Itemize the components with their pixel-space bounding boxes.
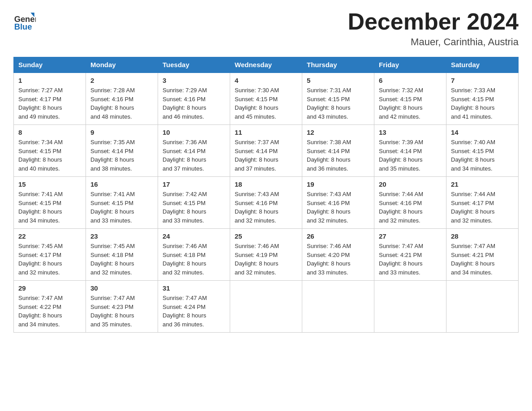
day-info: Sunrise: 7:45 AMSunset: 4:18 PMDaylight:… (90, 242, 153, 277)
day-info: Sunrise: 7:29 AMSunset: 4:16 PMDaylight:… (163, 86, 225, 121)
day-number: 26 (307, 232, 369, 240)
calendar-week-row: 15Sunrise: 7:41 AMSunset: 4:15 PMDayligh… (14, 177, 519, 229)
day-number: 21 (451, 180, 514, 188)
calendar-cell: 25Sunrise: 7:46 AMSunset: 4:19 PMDayligh… (230, 229, 302, 281)
day-info: Sunrise: 7:35 AMSunset: 4:14 PMDaylight:… (90, 138, 153, 173)
day-info: Sunrise: 7:44 AMSunset: 4:17 PMDaylight:… (451, 190, 514, 225)
calendar-cell: 17Sunrise: 7:42 AMSunset: 4:15 PMDayligh… (158, 177, 230, 229)
day-number: 28 (451, 232, 514, 240)
calendar-cell: 8Sunrise: 7:34 AMSunset: 4:15 PMDaylight… (14, 125, 86, 177)
day-info: Sunrise: 7:46 AMSunset: 4:18 PMDaylight:… (163, 242, 225, 277)
day-info: Sunrise: 7:30 AMSunset: 4:15 PMDaylight:… (235, 86, 297, 121)
calendar-cell: 26Sunrise: 7:46 AMSunset: 4:20 PMDayligh… (302, 229, 374, 281)
calendar-cell (374, 281, 446, 333)
day-number: 17 (163, 180, 225, 188)
logo-icon: General Blue (13, 9, 36, 31)
calendar-cell: 16Sunrise: 7:41 AMSunset: 4:15 PMDayligh… (86, 177, 158, 229)
day-info: Sunrise: 7:47 AMSunset: 4:21 PMDaylight:… (379, 242, 442, 277)
day-header-monday: Monday (86, 57, 158, 73)
day-header-saturday: Saturday (446, 57, 519, 73)
day-info: Sunrise: 7:47 AMSunset: 4:24 PMDaylight:… (163, 294, 225, 329)
day-header-tuesday: Tuesday (158, 57, 230, 73)
day-info: Sunrise: 7:33 AMSunset: 4:15 PMDaylight:… (451, 86, 514, 121)
calendar-cell: 22Sunrise: 7:45 AMSunset: 4:17 PMDayligh… (14, 229, 86, 281)
day-number: 31 (163, 284, 225, 292)
page-header: General Blue December 2024 Mauer, Carint… (13, 9, 519, 48)
calendar-cell: 9Sunrise: 7:35 AMSunset: 4:14 PMDaylight… (86, 125, 158, 177)
calendar-week-row: 22Sunrise: 7:45 AMSunset: 4:17 PMDayligh… (14, 229, 519, 281)
day-info: Sunrise: 7:32 AMSunset: 4:15 PMDaylight:… (379, 86, 442, 121)
calendar-cell: 4Sunrise: 7:30 AMSunset: 4:15 PMDaylight… (230, 73, 302, 125)
day-info: Sunrise: 7:39 AMSunset: 4:14 PMDaylight:… (379, 138, 442, 173)
calendar-cell: 10Sunrise: 7:36 AMSunset: 4:14 PMDayligh… (158, 125, 230, 177)
day-number: 15 (18, 180, 81, 188)
svg-text:Blue: Blue (14, 22, 32, 31)
day-number: 29 (18, 284, 81, 292)
month-title: December 2024 (348, 9, 519, 34)
day-header-wednesday: Wednesday (230, 57, 302, 73)
day-number: 8 (18, 128, 81, 136)
day-info: Sunrise: 7:44 AMSunset: 4:16 PMDaylight:… (379, 190, 442, 225)
day-number: 2 (90, 77, 153, 84)
calendar-cell: 1Sunrise: 7:27 AMSunset: 4:17 PMDaylight… (14, 73, 86, 125)
location-title: Mauer, Carinthia, Austria (348, 36, 519, 48)
calendar-cell (302, 281, 374, 333)
day-info: Sunrise: 7:34 AMSunset: 4:15 PMDaylight:… (18, 138, 81, 173)
day-info: Sunrise: 7:31 AMSunset: 4:15 PMDaylight:… (307, 86, 369, 121)
day-number: 5 (307, 77, 369, 84)
calendar-cell: 24Sunrise: 7:46 AMSunset: 4:18 PMDayligh… (158, 229, 230, 281)
day-info: Sunrise: 7:47 AMSunset: 4:21 PMDaylight:… (451, 242, 514, 277)
day-number: 9 (90, 128, 153, 136)
day-info: Sunrise: 7:38 AMSunset: 4:14 PMDaylight:… (307, 138, 369, 173)
day-info: Sunrise: 7:47 AMSunset: 4:23 PMDaylight:… (90, 294, 153, 329)
day-info: Sunrise: 7:27 AMSunset: 4:17 PMDaylight:… (18, 86, 81, 121)
day-number: 6 (379, 77, 442, 84)
day-info: Sunrise: 7:28 AMSunset: 4:16 PMDaylight:… (90, 86, 153, 121)
day-number: 22 (18, 232, 81, 240)
calendar-cell: 11Sunrise: 7:37 AMSunset: 4:14 PMDayligh… (230, 125, 302, 177)
day-info: Sunrise: 7:37 AMSunset: 4:14 PMDaylight:… (235, 138, 297, 173)
day-number: 4 (235, 77, 297, 84)
day-info: Sunrise: 7:45 AMSunset: 4:17 PMDaylight:… (18, 242, 81, 277)
day-number: 24 (163, 232, 225, 240)
calendar-cell: 14Sunrise: 7:40 AMSunset: 4:15 PMDayligh… (446, 125, 519, 177)
day-info: Sunrise: 7:41 AMSunset: 4:15 PMDaylight:… (18, 190, 81, 225)
day-number: 7 (451, 77, 514, 84)
day-number: 19 (307, 180, 369, 188)
day-number: 18 (235, 180, 297, 188)
day-info: Sunrise: 7:36 AMSunset: 4:14 PMDaylight:… (163, 138, 225, 173)
calendar-cell (230, 281, 302, 333)
day-number: 16 (90, 180, 153, 188)
calendar-header-row: SundayMondayTuesdayWednesdayThursdayFrid… (14, 57, 519, 73)
day-number: 13 (379, 128, 442, 136)
calendar-week-row: 1Sunrise: 7:27 AMSunset: 4:17 PMDaylight… (14, 73, 519, 125)
calendar-cell: 27Sunrise: 7:47 AMSunset: 4:21 PMDayligh… (374, 229, 446, 281)
day-number: 14 (451, 128, 514, 136)
day-info: Sunrise: 7:41 AMSunset: 4:15 PMDaylight:… (90, 190, 153, 225)
calendar-body: 1Sunrise: 7:27 AMSunset: 4:17 PMDaylight… (14, 73, 519, 333)
calendar-cell: 7Sunrise: 7:33 AMSunset: 4:15 PMDaylight… (446, 73, 519, 125)
day-number: 3 (163, 77, 225, 84)
day-number: 27 (379, 232, 442, 240)
calendar-week-row: 8Sunrise: 7:34 AMSunset: 4:15 PMDaylight… (14, 125, 519, 177)
day-number: 12 (307, 128, 369, 136)
logo: General Blue (13, 9, 39, 31)
day-info: Sunrise: 7:47 AMSunset: 4:22 PMDaylight:… (18, 294, 81, 329)
day-info: Sunrise: 7:43 AMSunset: 4:16 PMDaylight:… (235, 190, 297, 225)
calendar-cell: 5Sunrise: 7:31 AMSunset: 4:15 PMDaylight… (302, 73, 374, 125)
day-number: 1 (18, 77, 81, 84)
day-number: 20 (379, 180, 442, 188)
calendar-cell: 28Sunrise: 7:47 AMSunset: 4:21 PMDayligh… (446, 229, 519, 281)
day-number: 10 (163, 128, 225, 136)
day-number: 11 (235, 128, 297, 136)
calendar-cell (446, 281, 519, 333)
calendar-cell: 3Sunrise: 7:29 AMSunset: 4:16 PMDaylight… (158, 73, 230, 125)
calendar-table: SundayMondayTuesdayWednesdayThursdayFrid… (13, 57, 519, 333)
calendar-cell: 13Sunrise: 7:39 AMSunset: 4:14 PMDayligh… (374, 125, 446, 177)
calendar-cell: 12Sunrise: 7:38 AMSunset: 4:14 PMDayligh… (302, 125, 374, 177)
calendar-cell: 31Sunrise: 7:47 AMSunset: 4:24 PMDayligh… (158, 281, 230, 333)
day-info: Sunrise: 7:46 AMSunset: 4:20 PMDaylight:… (307, 242, 369, 277)
calendar-cell: 15Sunrise: 7:41 AMSunset: 4:15 PMDayligh… (14, 177, 86, 229)
calendar-cell: 2Sunrise: 7:28 AMSunset: 4:16 PMDaylight… (86, 73, 158, 125)
day-number: 23 (90, 232, 153, 240)
